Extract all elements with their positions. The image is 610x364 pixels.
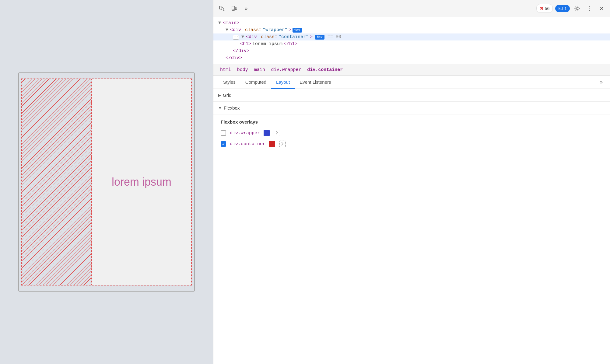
svg-point-6: [576, 8, 578, 9]
wrapper-color-swatch[interactable]: [264, 130, 270, 136]
container-element: [22, 79, 92, 285]
tree-main-tag: <main>: [223, 20, 239, 26]
layout-panel: ▶ Grid ▼ Flexbox Flexbox overlays div.wr…: [213, 89, 610, 364]
tree-container-class-val: "container": [279, 34, 309, 40]
tree-container-attr: class=: [261, 34, 277, 40]
grid-toggle-icon: ▶: [218, 93, 221, 97]
tree-h1-text: lorem ipsum: [252, 41, 282, 47]
html-tree: ▼ <main> ▼ <div class= "wrapper" > flex …: [213, 17, 610, 64]
browser-content: lorem ipsum: [18, 72, 195, 292]
error-count-badge[interactable]: ✖ 56: [536, 4, 553, 13]
wrapper-overlay-checkbox[interactable]: [221, 130, 226, 136]
container-overlay-row: div.container: [221, 140, 603, 148]
close-devtools-icon[interactable]: ✕: [597, 4, 606, 13]
tab-event-listeners[interactable]: Event Listeners: [295, 76, 336, 89]
wrapper-element: lorem ipsum: [21, 79, 192, 285]
tree-h1-open: <h1>: [240, 41, 251, 47]
container-hatch: [22, 79, 92, 285]
tree-wrapper-close-bracket: >: [289, 27, 291, 33]
breadcrumb-main[interactable]: main: [252, 67, 267, 73]
flexbox-overlays-title: Flexbox overlays: [221, 119, 603, 124]
tree-container-open: <div: [246, 34, 260, 40]
container-flex-overlay-icon[interactable]: [279, 140, 286, 148]
tree-wrapper-attr: class=: [245, 27, 261, 33]
tree-h1-close: </h1>: [284, 41, 297, 47]
breadcrumb-sep-3: [267, 68, 269, 72]
tabs-more-icon[interactable]: »: [598, 77, 605, 87]
ellipsis-button[interactable]: ···: [233, 35, 239, 40]
tab-computed[interactable]: Computed: [240, 76, 271, 89]
error-icon: ✖: [540, 5, 544, 11]
flexbox-content: Flexbox overlays div.wrapper: [213, 114, 610, 156]
tab-layout[interactable]: Layout: [271, 76, 295, 89]
breadcrumb-container[interactable]: div.container: [305, 67, 345, 73]
tree-container-close-tag: </div>: [233, 48, 249, 54]
console-count: 1: [564, 6, 567, 11]
tree-wrapper-open: <div: [230, 27, 244, 33]
flex-badge-wrapper[interactable]: flex: [293, 28, 302, 33]
svg-line-1: [223, 10, 224, 11]
tree-container-line[interactable]: ··· ▼ <div class= "container" > flex == …: [213, 33, 610, 40]
tree-container-close-line[interactable]: </div>: [213, 47, 610, 54]
device-toggle-icon[interactable]: [229, 4, 239, 13]
container-color-swatch[interactable]: [269, 141, 275, 147]
more-tools-icon[interactable]: »: [241, 4, 251, 13]
grid-section-header[interactable]: ▶ Grid: [213, 89, 610, 102]
error-count: 56: [545, 6, 550, 11]
svg-point-2: [221, 8, 223, 10]
lorem-ipsum-text: lorem ipsum: [112, 176, 171, 188]
container-overlay-checkbox[interactable]: [221, 141, 226, 147]
svg-rect-4: [235, 7, 237, 10]
breadcrumb-sep-1: [233, 68, 235, 72]
breadcrumb-wrapper[interactable]: div.wrapper: [269, 67, 303, 73]
tab-styles[interactable]: Styles: [218, 76, 240, 89]
breadcrumb-body[interactable]: body: [235, 67, 250, 73]
inspect-icon[interactable]: [217, 4, 227, 13]
wrapper-overlay-label[interactable]: div.wrapper: [230, 131, 260, 136]
viewport-panel: lorem ipsum: [0, 0, 213, 364]
wrapper-flex-overlay-icon[interactable]: [273, 129, 281, 137]
tree-wrapper-line[interactable]: ▼ <div class= "wrapper" > flex: [213, 26, 610, 33]
flexbox-section-header[interactable]: ▼ Flexbox: [213, 102, 610, 114]
breadcrumb-html[interactable]: html: [218, 67, 233, 73]
breadcrumb-bar: html body main div.wrapper div.container: [213, 64, 610, 76]
flexbox-toggle-icon: ▼: [218, 106, 222, 110]
flexbox-section-label: Flexbox: [224, 105, 240, 110]
breadcrumb-sep-2: [250, 68, 252, 72]
breadcrumb-sep-4: [303, 68, 306, 72]
more-menu-icon[interactable]: ⋮: [584, 4, 594, 13]
dollar-zero: == $0: [328, 34, 341, 40]
devtools-toolbar: » ✖ 56 1 ⋮ ✕: [213, 0, 610, 17]
grid-section-label: Grid: [223, 93, 231, 98]
devtools-panel: » ✖ 56 1 ⋮ ✕ ▼: [213, 0, 610, 364]
tree-wrapper-close-tag: </div>: [226, 55, 242, 61]
settings-icon[interactable]: [572, 4, 582, 13]
devtools-tabs: Styles Computed Layout Event Listeners »: [213, 76, 610, 89]
flex-badge-container[interactable]: flex: [315, 35, 324, 40]
tree-wrapper-class-val: "wrapper": [263, 27, 287, 33]
tree-main-line[interactable]: ▼ <main>: [213, 19, 610, 26]
wrapper-overlay-row: div.wrapper: [221, 129, 603, 137]
tree-wrapper-close-line[interactable]: </div>: [213, 54, 610, 61]
console-count-badge[interactable]: 1: [555, 5, 570, 12]
tree-h1-line[interactable]: <h1> lorem ipsum </h1>: [213, 40, 610, 47]
tree-container-close-bracket: >: [310, 34, 313, 40]
content-area: lorem ipsum: [92, 79, 191, 285]
container-overlay-label[interactable]: div.container: [230, 142, 265, 147]
flexbox-section: ▼ Flexbox Flexbox overlays div.wrapper: [213, 102, 610, 156]
